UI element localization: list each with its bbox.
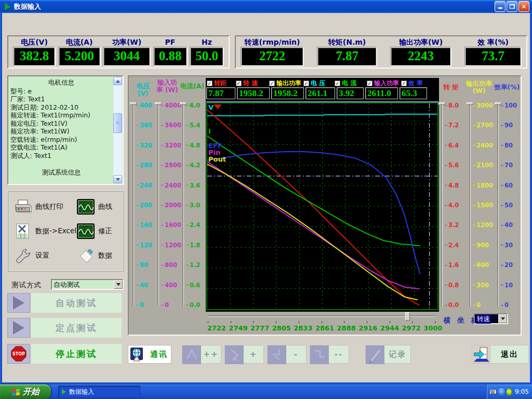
- series-toggle-speed[interactable]: ✓转 速: [236, 79, 258, 88]
- meter-label: 转矩(N.m): [328, 37, 366, 47]
- x-axis-combobox[interactable]: 转速: [474, 313, 508, 324]
- tick-dash-icon: [501, 185, 503, 185]
- axis-tick: 0.6: [186, 282, 200, 288]
- tick-dash-icon: [445, 265, 447, 265]
- tick-value: 1.6: [448, 261, 459, 269]
- plot-area[interactable]: VIEFFPinPout: [206, 101, 438, 311]
- zoom-minus-minus-button[interactable]: --: [310, 345, 349, 364]
- axis-tick: 1200: [473, 222, 493, 228]
- zoom-minus-button[interactable]: -: [267, 345, 307, 364]
- series-toggle-voltage[interactable]: ✓电 压: [303, 79, 325, 88]
- series-toggle-input-power[interactable]: ✓输入功率: [367, 79, 399, 88]
- curve-button[interactable]: 曲线: [76, 196, 121, 217]
- exit-button[interactable]: 退出: [472, 345, 529, 364]
- combo-dropdown-button[interactable]: [498, 314, 507, 323]
- axis-tick: 0: [473, 302, 481, 308]
- x-axis-slider[interactable]: [208, 312, 435, 321]
- legend-V: V: [208, 103, 214, 111]
- combo-dropdown-button[interactable]: [114, 280, 123, 289]
- axis-tick: 4.0: [445, 202, 459, 208]
- excel-icon: [14, 223, 32, 240]
- series-toggle-efficiency[interactable]: ✓效 率: [401, 79, 423, 88]
- motor-info-row: 测试人: Text1: [10, 152, 112, 160]
- checkbox-icon: ✓: [303, 81, 309, 86]
- pen-icon: [366, 345, 384, 364]
- zoom-plus-button[interactable]: +: [224, 345, 264, 364]
- axis-tick: 5.4: [186, 122, 200, 128]
- stop-test-button[interactable]: STOP停止测试: [7, 344, 122, 364]
- tick-dash-icon: [161, 265, 164, 265]
- motor-info-row: 测试日期: 2012-02-10: [10, 103, 112, 112]
- zoom-plus-plus-button[interactable]: ++: [182, 345, 221, 364]
- axis-tick: 4000: [161, 102, 181, 109]
- correction-button[interactable]: 修正: [76, 220, 121, 242]
- series-toggle-current[interactable]: ✓电 流: [335, 79, 356, 88]
- axis-tick: 3000: [473, 102, 493, 109]
- axis-header-torque: 转 矩: [437, 84, 464, 91]
- tick-dash-icon: [186, 185, 189, 185]
- print-curve-button[interactable]: 曲线打印: [14, 196, 76, 217]
- meter-label: 效 率(%): [477, 37, 509, 47]
- series-toggle-output-power[interactable]: ✓输出功率: [269, 79, 301, 88]
- tick-dash-icon: [445, 185, 447, 185]
- app-window: { "window": { "title": "数据输入" }, "meters…: [0, 0, 532, 399]
- tick-dash-icon: [445, 285, 447, 285]
- readout-value: 7.87: [206, 87, 235, 99]
- zoom-glyph-icon: [182, 345, 201, 364]
- tray-status-icon[interactable]: ✚: [506, 388, 512, 396]
- data-button[interactable]: 数据: [76, 245, 121, 267]
- record-button[interactable]: 记录: [365, 345, 411, 364]
- restore-button[interactable]: [507, 1, 517, 12]
- series-toggle-torque[interactable]: ✓转距: [207, 79, 227, 88]
- settings-button[interactable]: 设置: [14, 245, 76, 267]
- arrow-right-icon: [13, 321, 24, 335]
- tick-dash-icon: [473, 205, 475, 206]
- task-label: 数据输入: [69, 388, 94, 396]
- minimize-icon: [498, 4, 502, 9]
- scroll-up-button[interactable]: [113, 77, 122, 85]
- taskbar-task-data-input[interactable]: 数据输入: [58, 385, 140, 398]
- tick-dash-icon: [161, 185, 164, 185]
- motor-info-row: 额定电压: Text1(V): [10, 119, 112, 128]
- tick-value: 4000: [165, 102, 181, 109]
- x-axis-tick-label: 2749: [228, 324, 249, 332]
- electrical-meters-panel: 电压(V)382.8电流(A)5.200功率(W)3044PF0.88Hz50.…: [7, 35, 230, 69]
- tick-dash-icon: [186, 265, 189, 265]
- meter-value-hz: 50.0: [190, 47, 223, 66]
- tick-value: 3600: [165, 122, 181, 129]
- tick-value: 0.8: [448, 282, 459, 289]
- tick-dash-icon: [445, 165, 447, 166]
- satellite-dish-icon: [128, 345, 147, 364]
- data-to-excel-button[interactable]: 数据->Excel: [14, 220, 76, 242]
- auto-test-button[interactable]: 自动测试: [7, 293, 122, 313]
- start-button[interactable]: 开始: [0, 384, 51, 399]
- scrollbar-thumb[interactable]: [113, 113, 122, 133]
- tick-dash-icon: [136, 305, 139, 305]
- tick-dash-icon: [473, 145, 475, 145]
- axis-tick: 1.6: [445, 262, 459, 268]
- test-mode-combobox[interactable]: 自动测试: [51, 279, 124, 290]
- tick-value: 40: [504, 221, 513, 229]
- tick-dash-icon: [473, 285, 475, 285]
- axis-tick: 3600: [161, 122, 181, 128]
- keyboard-icon[interactable]: [489, 389, 497, 395]
- fixed-point-test-button[interactable]: 定点测试: [7, 318, 122, 338]
- close-button[interactable]: ✕: [518, 1, 529, 12]
- axis-tick: 240: [136, 182, 152, 189]
- hide-icons-chevron[interactable]: ‹: [498, 388, 504, 396]
- zoom-button-label: ++: [201, 345, 221, 363]
- tick-dash-icon: [161, 225, 164, 225]
- communication-button[interactable]: 通讯: [128, 345, 171, 364]
- tick-value: 2800: [165, 162, 181, 169]
- slider-thumb[interactable]: [405, 312, 410, 321]
- axis-tick: 40: [136, 282, 148, 288]
- series-label-voltage: 电 压: [311, 79, 325, 88]
- motor-info-panel: 电机信息 型号: e厂家: Text1测试日期: 2012-02-10额定转速:…: [7, 75, 124, 185]
- minimize-button[interactable]: [495, 1, 506, 12]
- tick-dash-icon: [161, 305, 164, 305]
- axis-tick: 1200: [161, 242, 181, 248]
- axis-tick: 0: [136, 302, 144, 308]
- scroll-down-button[interactable]: [113, 175, 122, 183]
- motor-info-scrollbar[interactable]: [113, 77, 122, 183]
- tick-dash-icon: [186, 305, 189, 305]
